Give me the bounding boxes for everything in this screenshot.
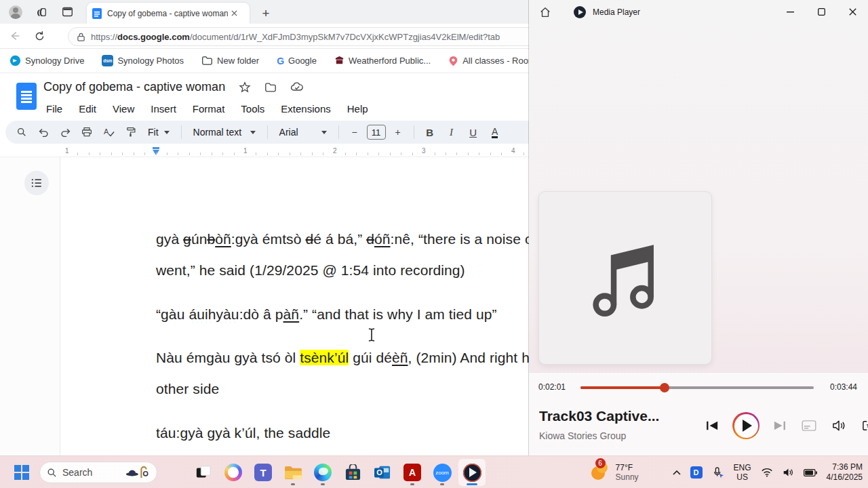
doc-text-line[interactable]: táu:gyà gyà k’úl, the saddle — [156, 425, 529, 441]
speaker-icon[interactable] — [783, 468, 794, 477]
text-color-button[interactable]: A — [486, 123, 505, 141]
tray-chevron-up-icon[interactable] — [673, 470, 681, 475]
spellcheck-icon[interactable]: A — [99, 123, 118, 141]
menu-view[interactable]: View — [108, 102, 138, 116]
bookmark-weatherford[interactable]: Weatherford Public... — [334, 56, 431, 66]
seek-bar-thumb[interactable] — [660, 383, 669, 392]
media-player-taskbar-button[interactable] — [458, 459, 486, 486]
google-docs-favicon — [92, 8, 102, 19]
taskbar-search[interactable]: Search — [39, 462, 157, 483]
browser-tab[interactable]: Copy of gobema - captive woman — [87, 3, 250, 24]
star-icon[interactable] — [239, 81, 251, 94]
start-button[interactable] — [12, 463, 31, 482]
tray-app-d-icon[interactable]: D — [690, 466, 703, 479]
redo-icon[interactable] — [56, 123, 75, 141]
menu-edit[interactable]: Edit — [75, 102, 100, 116]
refresh-icon[interactable] — [30, 26, 49, 45]
microphone-icon[interactable] — [712, 466, 724, 479]
file-explorer-button[interactable] — [279, 459, 307, 486]
weather-widget[interactable]: 6 77°F Sunny — [590, 462, 639, 483]
ruler[interactable]: 11234 — [0, 146, 529, 157]
tab-actions-icon[interactable] — [57, 3, 77, 22]
bookmark-google[interactable]: G Google — [277, 56, 317, 66]
next-track-icon[interactable] — [769, 412, 789, 439]
doc-text-line[interactable]: gyà gúnbòñ:gyà émtsò dé á bá,” dóñ:nê, “… — [156, 231, 529, 247]
first-line-indent-marker[interactable] — [153, 147, 159, 149]
new-tab-button[interactable]: + — [258, 5, 274, 22]
decrease-font-size-button[interactable]: − — [345, 123, 364, 141]
browser-profile-button[interactable] — [5, 3, 26, 22]
font-size-input[interactable]: 11 — [367, 125, 386, 140]
microsoft-store-icon — [344, 464, 361, 481]
rooms-icon — [448, 56, 458, 66]
language-indicator[interactable]: ENG US — [734, 463, 751, 482]
acrobat-icon: A — [403, 464, 421, 481]
copilot-button[interactable] — [220, 459, 247, 486]
underline-button[interactable]: U — [464, 123, 483, 141]
doc-text-line[interactable]: other side — [156, 381, 529, 397]
zoom-icon: zoom — [433, 464, 452, 482]
print-icon[interactable] — [77, 123, 96, 141]
close-button[interactable] — [837, 0, 868, 24]
bookmarks-bar: Synology Drive dsm Synology Photos New f… — [0, 49, 529, 73]
menu-insert[interactable]: Insert — [146, 102, 180, 116]
workspaces-icon[interactable] — [31, 3, 52, 22]
menu-file[interactable]: File — [42, 102, 66, 116]
font-select[interactable]: Arial — [274, 127, 332, 138]
time-elapsed: 0:02:01 — [538, 382, 566, 392]
acrobat-button[interactable]: A — [399, 459, 426, 486]
microsoft-store-button[interactable] — [339, 459, 366, 486]
increase-font-size-button[interactable]: + — [389, 123, 408, 141]
bookmark-synology-drive[interactable]: Synology Drive — [9, 55, 84, 66]
google-docs-app: Copy of gobema - captive woman File Edit… — [0, 73, 529, 455]
menu-tools[interactable]: Tools — [237, 102, 269, 116]
folder-icon — [201, 56, 213, 66]
outlook-button[interactable]: O — [369, 459, 396, 486]
zoom-select[interactable]: Fit — [142, 127, 175, 138]
doc-text-line[interactable]: “gàu áuihyàu:dò â pàñ.” “and that is why… — [156, 306, 529, 323]
volume-icon[interactable] — [829, 412, 849, 439]
previous-track-icon[interactable] — [703, 412, 723, 439]
bookmark-synology-photos[interactable]: dsm Synology Photos — [102, 55, 184, 66]
bookmark-new-folder[interactable]: New folder — [201, 56, 259, 66]
teams-button[interactable]: T — [250, 459, 277, 486]
desktop: Copy of gobema - captive woman + https:/… — [0, 0, 868, 488]
cloud-status-icon[interactable] — [290, 82, 304, 92]
edge-button[interactable] — [309, 459, 336, 486]
search-menus-icon[interactable] — [12, 123, 31, 141]
move-folder-icon[interactable] — [264, 82, 277, 93]
menu-help[interactable]: Help — [343, 102, 372, 116]
taskbar: Search T — [0, 455, 868, 488]
menu-extensions[interactable]: Extensions — [277, 102, 334, 116]
doc-text-line[interactable]: went,” he said (1/29/2025 @ 1:54 into re… — [156, 262, 529, 279]
zoom-button[interactable]: zoom — [429, 459, 456, 486]
home-icon[interactable] — [534, 3, 556, 22]
google-docs-icon — [16, 83, 37, 110]
bookmark-all-classes[interactable]: All classes - Rooms — [448, 56, 540, 66]
task-view-button[interactable] — [190, 459, 217, 486]
bold-button[interactable]: B — [420, 123, 439, 141]
doc-text-line[interactable]: Nàu émgàu gyà tsó òl tsènk’úl gúi déèñ, … — [156, 350, 529, 366]
url-bar[interactable]: https://docs.google.com/document/d/1rW_X… — [68, 27, 542, 46]
subtitles-icon[interactable] — [799, 412, 819, 439]
tray-date: 4/16/2025 — [827, 472, 863, 483]
italic-button[interactable]: I — [442, 123, 461, 141]
maximize-button[interactable] — [806, 0, 837, 24]
wifi-icon[interactable] — [761, 468, 773, 477]
minimize-button[interactable] — [774, 0, 806, 24]
show-outline-button[interactable] — [24, 171, 49, 195]
battery-icon[interactable] — [804, 469, 817, 476]
svg-text:O: O — [376, 468, 382, 476]
play-button[interactable] — [732, 412, 760, 439]
menu-format[interactable]: Format — [189, 102, 229, 116]
undo-icon[interactable] — [34, 123, 53, 141]
paragraph-style-select[interactable]: Normal text — [188, 127, 261, 138]
document-title[interactable]: Copy of gobema - captive woman — [43, 80, 225, 94]
mini-player-icon[interactable] — [859, 412, 868, 439]
paint-format-icon[interactable] — [121, 123, 140, 141]
clock[interactable]: 7:36 PM 4/16/2025 — [827, 462, 863, 483]
back-icon[interactable] — [5, 26, 24, 45]
media-player-icon — [463, 464, 481, 482]
seek-bar[interactable] — [580, 386, 814, 389]
tab-close-icon[interactable] — [228, 7, 240, 20]
